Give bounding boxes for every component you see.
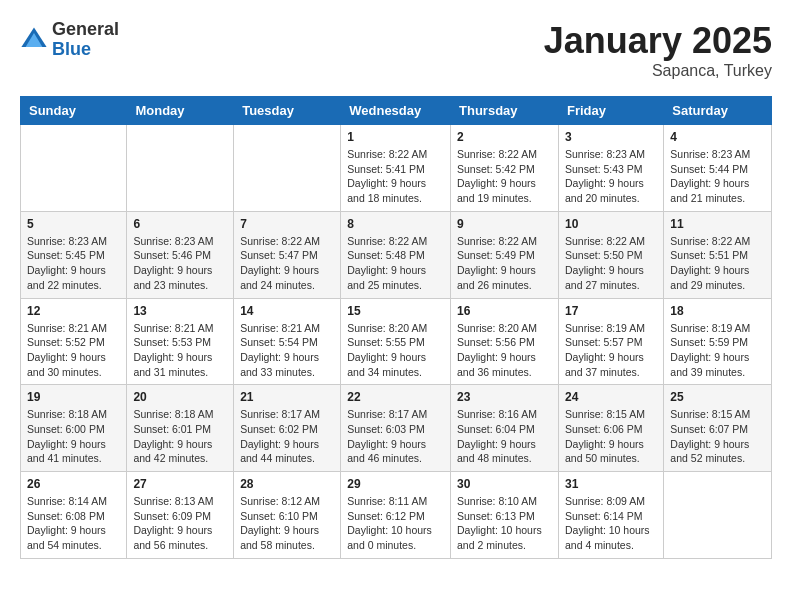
- calendar-cell: [127, 125, 234, 212]
- calendar-cell: 9Sunrise: 8:22 AM Sunset: 5:49 PM Daylig…: [451, 211, 559, 298]
- day-number: 6: [133, 217, 227, 231]
- calendar-location: Sapanca, Turkey: [544, 62, 772, 80]
- calendar-cell: [664, 472, 772, 559]
- calendar-cell: 30Sunrise: 8:10 AM Sunset: 6:13 PM Dayli…: [451, 472, 559, 559]
- page-header: General Blue January 2025 Sapanca, Turke…: [20, 20, 772, 80]
- day-info: Sunrise: 8:17 AM Sunset: 6:03 PM Dayligh…: [347, 407, 444, 466]
- calendar-week-row: 19Sunrise: 8:18 AM Sunset: 6:00 PM Dayli…: [21, 385, 772, 472]
- day-number: 19: [27, 390, 120, 404]
- day-number: 15: [347, 304, 444, 318]
- calendar-cell: 15Sunrise: 8:20 AM Sunset: 5:55 PM Dayli…: [341, 298, 451, 385]
- calendar-cell: 25Sunrise: 8:15 AM Sunset: 6:07 PM Dayli…: [664, 385, 772, 472]
- day-number: 11: [670, 217, 765, 231]
- logo-text: General Blue: [52, 20, 119, 60]
- calendar-cell: 23Sunrise: 8:16 AM Sunset: 6:04 PM Dayli…: [451, 385, 559, 472]
- calendar-cell: 16Sunrise: 8:20 AM Sunset: 5:56 PM Dayli…: [451, 298, 559, 385]
- day-number: 25: [670, 390, 765, 404]
- weekday-header-sunday: Sunday: [21, 97, 127, 125]
- day-info: Sunrise: 8:20 AM Sunset: 5:55 PM Dayligh…: [347, 321, 444, 380]
- day-info: Sunrise: 8:10 AM Sunset: 6:13 PM Dayligh…: [457, 494, 552, 553]
- calendar-cell: 11Sunrise: 8:22 AM Sunset: 5:51 PM Dayli…: [664, 211, 772, 298]
- calendar-cell: 26Sunrise: 8:14 AM Sunset: 6:08 PM Dayli…: [21, 472, 127, 559]
- day-info: Sunrise: 8:12 AM Sunset: 6:10 PM Dayligh…: [240, 494, 334, 553]
- logo-blue-text: Blue: [52, 40, 119, 60]
- logo: General Blue: [20, 20, 119, 60]
- day-info: Sunrise: 8:16 AM Sunset: 6:04 PM Dayligh…: [457, 407, 552, 466]
- calendar-cell: 7Sunrise: 8:22 AM Sunset: 5:47 PM Daylig…: [234, 211, 341, 298]
- calendar-cell: 22Sunrise: 8:17 AM Sunset: 6:03 PM Dayli…: [341, 385, 451, 472]
- calendar-cell: 21Sunrise: 8:17 AM Sunset: 6:02 PM Dayli…: [234, 385, 341, 472]
- calendar-cell: 19Sunrise: 8:18 AM Sunset: 6:00 PM Dayli…: [21, 385, 127, 472]
- day-number: 5: [27, 217, 120, 231]
- day-info: Sunrise: 8:17 AM Sunset: 6:02 PM Dayligh…: [240, 407, 334, 466]
- day-info: Sunrise: 8:23 AM Sunset: 5:43 PM Dayligh…: [565, 147, 657, 206]
- day-info: Sunrise: 8:18 AM Sunset: 6:01 PM Dayligh…: [133, 407, 227, 466]
- day-info: Sunrise: 8:22 AM Sunset: 5:47 PM Dayligh…: [240, 234, 334, 293]
- day-info: Sunrise: 8:21 AM Sunset: 5:53 PM Dayligh…: [133, 321, 227, 380]
- day-info: Sunrise: 8:21 AM Sunset: 5:54 PM Dayligh…: [240, 321, 334, 380]
- calendar-cell: [234, 125, 341, 212]
- day-number: 12: [27, 304, 120, 318]
- day-info: Sunrise: 8:22 AM Sunset: 5:50 PM Dayligh…: [565, 234, 657, 293]
- day-number: 20: [133, 390, 227, 404]
- day-info: Sunrise: 8:18 AM Sunset: 6:00 PM Dayligh…: [27, 407, 120, 466]
- calendar-cell: 5Sunrise: 8:23 AM Sunset: 5:45 PM Daylig…: [21, 211, 127, 298]
- logo-icon: [20, 26, 48, 54]
- day-number: 30: [457, 477, 552, 491]
- calendar-cell: 17Sunrise: 8:19 AM Sunset: 5:57 PM Dayli…: [558, 298, 663, 385]
- calendar-cell: 29Sunrise: 8:11 AM Sunset: 6:12 PM Dayli…: [341, 472, 451, 559]
- day-info: Sunrise: 8:20 AM Sunset: 5:56 PM Dayligh…: [457, 321, 552, 380]
- title-block: January 2025 Sapanca, Turkey: [544, 20, 772, 80]
- calendar-cell: 27Sunrise: 8:13 AM Sunset: 6:09 PM Dayli…: [127, 472, 234, 559]
- day-info: Sunrise: 8:19 AM Sunset: 5:59 PM Dayligh…: [670, 321, 765, 380]
- calendar-cell: 20Sunrise: 8:18 AM Sunset: 6:01 PM Dayli…: [127, 385, 234, 472]
- day-info: Sunrise: 8:21 AM Sunset: 5:52 PM Dayligh…: [27, 321, 120, 380]
- day-number: 4: [670, 130, 765, 144]
- day-number: 22: [347, 390, 444, 404]
- weekday-header-saturday: Saturday: [664, 97, 772, 125]
- day-info: Sunrise: 8:13 AM Sunset: 6:09 PM Dayligh…: [133, 494, 227, 553]
- day-number: 18: [670, 304, 765, 318]
- weekday-header-tuesday: Tuesday: [234, 97, 341, 125]
- calendar-cell: 8Sunrise: 8:22 AM Sunset: 5:48 PM Daylig…: [341, 211, 451, 298]
- day-number: 27: [133, 477, 227, 491]
- weekday-header-thursday: Thursday: [451, 97, 559, 125]
- day-info: Sunrise: 8:23 AM Sunset: 5:45 PM Dayligh…: [27, 234, 120, 293]
- calendar-cell: 2Sunrise: 8:22 AM Sunset: 5:42 PM Daylig…: [451, 125, 559, 212]
- day-number: 14: [240, 304, 334, 318]
- weekday-header-wednesday: Wednesday: [341, 97, 451, 125]
- day-info: Sunrise: 8:22 AM Sunset: 5:42 PM Dayligh…: [457, 147, 552, 206]
- calendar-cell: 13Sunrise: 8:21 AM Sunset: 5:53 PM Dayli…: [127, 298, 234, 385]
- day-info: Sunrise: 8:22 AM Sunset: 5:49 PM Dayligh…: [457, 234, 552, 293]
- calendar-week-row: 5Sunrise: 8:23 AM Sunset: 5:45 PM Daylig…: [21, 211, 772, 298]
- day-number: 24: [565, 390, 657, 404]
- day-number: 31: [565, 477, 657, 491]
- calendar-cell: [21, 125, 127, 212]
- day-number: 9: [457, 217, 552, 231]
- day-number: 8: [347, 217, 444, 231]
- weekday-header-friday: Friday: [558, 97, 663, 125]
- calendar-cell: 12Sunrise: 8:21 AM Sunset: 5:52 PM Dayli…: [21, 298, 127, 385]
- calendar-cell: 14Sunrise: 8:21 AM Sunset: 5:54 PM Dayli…: [234, 298, 341, 385]
- weekday-header-monday: Monday: [127, 97, 234, 125]
- day-number: 10: [565, 217, 657, 231]
- calendar-table: SundayMondayTuesdayWednesdayThursdayFrid…: [20, 96, 772, 559]
- day-number: 13: [133, 304, 227, 318]
- day-number: 16: [457, 304, 552, 318]
- calendar-cell: 28Sunrise: 8:12 AM Sunset: 6:10 PM Dayli…: [234, 472, 341, 559]
- logo-general-text: General: [52, 20, 119, 40]
- calendar-cell: 31Sunrise: 8:09 AM Sunset: 6:14 PM Dayli…: [558, 472, 663, 559]
- calendar-cell: 10Sunrise: 8:22 AM Sunset: 5:50 PM Dayli…: [558, 211, 663, 298]
- calendar-title: January 2025: [544, 20, 772, 62]
- day-number: 17: [565, 304, 657, 318]
- day-number: 2: [457, 130, 552, 144]
- day-number: 21: [240, 390, 334, 404]
- day-number: 3: [565, 130, 657, 144]
- calendar-week-row: 12Sunrise: 8:21 AM Sunset: 5:52 PM Dayli…: [21, 298, 772, 385]
- day-number: 26: [27, 477, 120, 491]
- day-info: Sunrise: 8:23 AM Sunset: 5:46 PM Dayligh…: [133, 234, 227, 293]
- day-number: 29: [347, 477, 444, 491]
- calendar-cell: 6Sunrise: 8:23 AM Sunset: 5:46 PM Daylig…: [127, 211, 234, 298]
- day-number: 7: [240, 217, 334, 231]
- calendar-cell: 1Sunrise: 8:22 AM Sunset: 5:41 PM Daylig…: [341, 125, 451, 212]
